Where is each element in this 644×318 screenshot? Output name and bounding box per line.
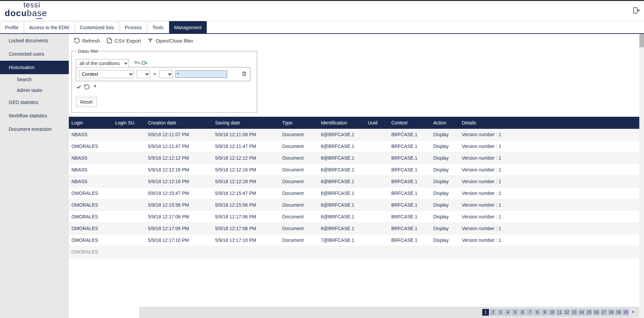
sidebar-item-search[interactable]: Search [0, 74, 69, 85]
refresh-label: Refresh [82, 38, 100, 44]
svg-rect-0 [634, 7, 637, 13]
toggle-filter-button[interactable]: Open/Close filter [145, 36, 195, 45]
page-9[interactable]: 9 [541, 309, 548, 316]
table-row[interactable]: NBASS5/9/18 12:12:16 PM5/9/18 12:12:16 P… [69, 164, 639, 176]
sidebar-item-admin-tasks[interactable]: Admin tasks [0, 85, 69, 96]
rule-op-select[interactable] [159, 70, 173, 78]
col-header-login[interactable]: Login [69, 117, 112, 129]
sidebar-item-historisation[interactable]: Historisation [0, 61, 69, 74]
col-header-details[interactable]: Details [459, 117, 639, 129]
col-header-login-su[interactable]: Login SU [112, 117, 145, 129]
add-group-icon[interactable] [141, 60, 148, 67]
cell-context: BRFCASE.1 [389, 234, 431, 246]
col-header-identification[interactable]: Identification [318, 117, 365, 129]
table-row[interactable]: OMORALES5/9/18 12:17:06 PM5/9/18 12:17:0… [69, 211, 639, 223]
topnav-profile[interactable]: Profile [0, 21, 23, 33]
page-10[interactable]: 10 [549, 309, 555, 316]
apply-filter-icon[interactable] [76, 84, 82, 91]
page-5[interactable]: 5 [512, 309, 518, 316]
table-row[interactable]: OMORALES5/9/18 12:17:10 PM5/9/18 12:17:1… [69, 234, 639, 246]
page-7[interactable]: 7 [527, 309, 533, 316]
table-row[interactable]: OMORALES5/9/18 12:11:47 PM5/9/18 12:11:4… [69, 141, 639, 152]
page-14[interactable]: 14 [578, 309, 585, 316]
cell-loginsu [112, 188, 145, 199]
topnav-tools[interactable]: Tools [147, 21, 168, 33]
topnav-access-to-the-edm[interactable]: Access to the EDM [24, 21, 74, 33]
cell-context: BRFCASE.1 [389, 152, 431, 164]
page-19[interactable]: 19 [615, 309, 622, 316]
page-6[interactable]: 6 [519, 309, 526, 316]
sidebar-item-connected-users[interactable]: Connected users [0, 47, 69, 61]
page-18[interactable]: 18 [608, 309, 614, 316]
condition-mode-select[interactable]: all of the conditions [76, 59, 129, 68]
sidebar-item-workflow-statistics[interactable]: Workflow statistics [0, 109, 69, 122]
help-icon[interactable] [92, 84, 98, 91]
cell-action: Display [431, 211, 459, 223]
topnav-management[interactable]: Management [169, 21, 207, 33]
cell-login: NBASS [69, 129, 112, 141]
filter-panel: Datas filter all of the conditions [71, 49, 257, 113]
page-3[interactable]: 3 [497, 309, 504, 316]
cell-loginsu [112, 141, 145, 152]
logout-icon[interactable] [633, 7, 640, 14]
col-header-context[interactable]: Context [389, 117, 431, 129]
svg-text:csv: csv [108, 41, 110, 43]
page-13[interactable]: 13 [571, 309, 578, 316]
page-16[interactable]: 16 [593, 309, 600, 316]
cell-sdate: 5/9/18 12:15:56 PM [212, 199, 280, 211]
cell-cdate: 5/9/18 12:15:47 PM [145, 188, 212, 199]
col-header-saving-date[interactable]: Saving date [212, 117, 280, 129]
rule-field-select[interactable]: Context [79, 70, 134, 78]
cell-login: NBASS [69, 176, 112, 188]
page-11[interactable]: 11 [556, 309, 563, 316]
cell-details: Version number : 1 [459, 211, 639, 223]
page-20[interactable]: 20 [623, 309, 629, 316]
logo-underline [36, 18, 42, 19]
table-row[interactable]: OMORALES5/9/18 12:15:47 PM5/9/18 12:15:4… [69, 188, 639, 199]
table-row[interactable]: NBASS5/9/18 12:11:07 PM5/9/18 12:11:08 P… [69, 129, 639, 141]
page-8[interactable]: 8 [534, 309, 541, 316]
refresh-button[interactable]: Refresh [71, 36, 102, 45]
sidebar: Locked documentsConnected usersHistorisa… [0, 34, 69, 318]
table-row[interactable]: OMORALES5/9/18 12:17:06 PM5/9/18 12:17:0… [69, 223, 639, 234]
topnav-customized-lists[interactable]: Customized lists [75, 21, 119, 33]
col-header-action[interactable]: Action [431, 117, 459, 129]
delete-rule-button[interactable] [241, 71, 247, 78]
refresh-filter-icon[interactable] [84, 84, 90, 91]
cell-cdate: 5/9/18 12:11:47 PM [145, 141, 212, 152]
page-1[interactable]: 1 [482, 309, 489, 316]
cell-uuid [365, 188, 389, 199]
col-header-uuid[interactable]: Uuid [365, 117, 389, 129]
col-header-creation-date[interactable]: Creation date [145, 117, 212, 129]
table-row[interactable]: NBASS5/9/18 12:12:12 PM5/9/18 12:12:12 P… [69, 152, 639, 164]
cell-type: Document [280, 176, 318, 188]
scrollbar-thumb[interactable] [639, 34, 644, 47]
page-next[interactable] [630, 310, 637, 315]
page-12[interactable]: 12 [563, 309, 570, 316]
cell-type: Document [280, 199, 318, 211]
cell-ident: 6@BRFCASE.1 [318, 188, 365, 199]
cell-sdate: 5/9/18 12:11:08 PM [212, 129, 280, 141]
page-17[interactable]: 17 [600, 309, 607, 316]
toggle-filter-label: Open/Close filter [156, 38, 193, 44]
table-row[interactable]: OMORALES5/9/18 12:15:56 PM5/9/18 12:15:5… [69, 199, 639, 211]
page-2[interactable]: 2 [490, 309, 496, 316]
topnav-process[interactable]: Process [120, 21, 147, 33]
rule-blank-select[interactable] [137, 70, 150, 78]
table-row[interactable]: OMORALES [69, 246, 639, 258]
col-header-type[interactable]: Type [280, 117, 318, 129]
reset-button[interactable]: Reset [76, 97, 97, 107]
page-4[interactable]: 4 [504, 309, 511, 316]
cell-login: OMORALES [69, 188, 112, 199]
rule-value-input[interactable] [176, 70, 227, 78]
page-15[interactable]: 15 [586, 309, 592, 316]
table-row[interactable]: NBASS5/9/18 12:12:18 PM5/9/18 12:12:18 P… [69, 176, 639, 188]
pagination: 1234567891011121314151617181920 [139, 307, 639, 318]
csv-export-button[interactable]: csv CSV Export [104, 36, 143, 45]
sidebar-item-document-extraction[interactable]: Document extraction [0, 122, 69, 136]
vertical-scrollbar[interactable] [639, 34, 644, 318]
add-rule-icon[interactable] [134, 60, 140, 67]
sidebar-item-ged-statistics[interactable]: GED statistics [0, 96, 69, 109]
sidebar-item-locked-documents[interactable]: Locked documents [0, 34, 69, 47]
svg-rect-2 [142, 61, 145, 64]
